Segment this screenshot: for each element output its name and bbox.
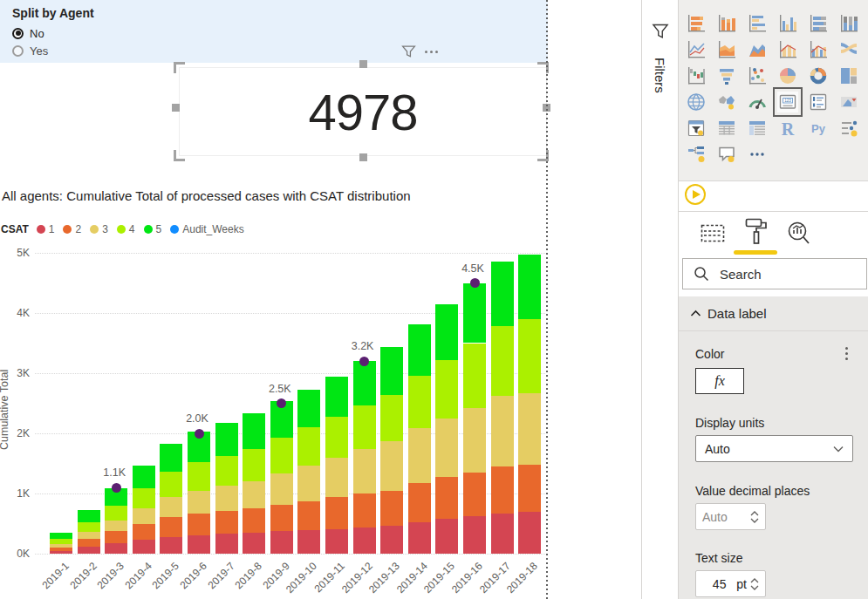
bar-segment-csat-2[interactable] bbox=[297, 501, 320, 530]
spinner-arrows[interactable] bbox=[750, 578, 759, 590]
bar-segment-csat-1[interactable] bbox=[325, 529, 348, 554]
bar-segment-csat-3[interactable] bbox=[518, 393, 541, 464]
bar-segment-csat-2[interactable] bbox=[325, 497, 348, 528]
bar-segment-csat-5[interactable] bbox=[243, 413, 265, 448]
legend-item[interactable]: 3 bbox=[90, 223, 108, 235]
bar-segment-csat-4[interactable] bbox=[463, 344, 486, 409]
audit-week-marker[interactable] bbox=[359, 357, 369, 366]
bar-segment-csat-3[interactable] bbox=[215, 486, 238, 510]
bar-segment-csat-4[interactable] bbox=[491, 326, 514, 395]
viz-icon-gauge[interactable] bbox=[747, 92, 768, 112]
bar-segment-csat-1[interactable] bbox=[435, 519, 458, 554]
viz-icon-map[interactable] bbox=[686, 92, 707, 112]
bar-segment-csat-5[interactable] bbox=[160, 444, 182, 472]
viz-icon-funnel-chart[interactable] bbox=[716, 65, 737, 86]
bar-segment-csat-4[interactable] bbox=[133, 488, 155, 508]
bar-segment-csat-3[interactable] bbox=[243, 481, 265, 508]
selection-mid-handle[interactable] bbox=[359, 153, 367, 161]
section-header-data-label[interactable]: Data label bbox=[707, 306, 767, 321]
viz-icon-matrix[interactable] bbox=[747, 118, 768, 139]
bar-segment-csat-2[interactable] bbox=[243, 508, 265, 533]
viz-icon-r-script-visual[interactable]: R bbox=[777, 118, 798, 139]
bar-segment-csat-3[interactable] bbox=[463, 408, 486, 473]
bar-segment-csat-5[interactable] bbox=[435, 304, 458, 359]
viz-icon-area-chart[interactable] bbox=[716, 39, 737, 60]
bar-segment-csat-2[interactable] bbox=[380, 491, 403, 526]
legend-item[interactable]: Audit_Weeks bbox=[170, 223, 243, 235]
audit-week-marker[interactable] bbox=[195, 429, 204, 439]
bar-segment-csat-1[interactable] bbox=[50, 551, 72, 554]
bar-segment-csat-3[interactable] bbox=[435, 419, 458, 478]
viz-icon-clustered-column-chart[interactable] bbox=[777, 13, 798, 34]
bar-segment-csat-2[interactable] bbox=[408, 483, 431, 522]
bar-segment-csat-3[interactable] bbox=[270, 473, 293, 505]
bar-segment-csat-3[interactable] bbox=[160, 497, 182, 517]
filters-pane-collapsed[interactable]: Filters bbox=[641, 0, 679, 599]
selection-mid-handle[interactable] bbox=[172, 104, 180, 112]
chevron-up-icon[interactable] bbox=[690, 310, 701, 317]
bar-segment-csat-3[interactable] bbox=[408, 428, 431, 483]
bar-segment-csat-5[interactable] bbox=[270, 401, 293, 438]
viz-icon-line-chart[interactable] bbox=[686, 39, 707, 60]
viz-icon-key-influencers[interactable] bbox=[838, 118, 859, 139]
bar-segment-csat-3[interactable] bbox=[325, 458, 348, 498]
bar-segment-csat-4[interactable] bbox=[160, 472, 182, 497]
viz-icon-q-and-a-visual[interactable] bbox=[716, 144, 737, 165]
bar-segment-csat-2[interactable] bbox=[105, 531, 127, 543]
bar-segment-csat-5[interactable] bbox=[518, 255, 541, 319]
bar-segment-csat-1[interactable] bbox=[215, 534, 238, 554]
value-decimal-places-input[interactable]: Auto bbox=[695, 503, 766, 530]
viz-icon-scatter-chart[interactable] bbox=[747, 65, 768, 86]
bar-segment-csat-3[interactable] bbox=[78, 532, 100, 539]
bar-segment-csat-2[interactable] bbox=[270, 505, 293, 532]
viz-icon-clustered-bar-chart[interactable] bbox=[747, 13, 768, 34]
bar-segment-csat-4[interactable] bbox=[518, 319, 541, 394]
bar-segment-csat-4[interactable] bbox=[78, 522, 100, 532]
radio-selected-icon[interactable] bbox=[12, 28, 24, 39]
bar-segment-csat-5[interactable] bbox=[188, 432, 210, 463]
bar-segment-csat-4[interactable] bbox=[270, 438, 293, 473]
bar-segment-csat-5[interactable] bbox=[491, 262, 514, 326]
viz-icon-pie-chart[interactable] bbox=[777, 65, 798, 86]
bar-segment-csat-2[interactable] bbox=[435, 477, 458, 519]
viz-icon-ribbon-chart[interactable] bbox=[838, 39, 859, 60]
bar-segment-csat-3[interactable] bbox=[297, 466, 320, 501]
viz-icon-stacked-bar-chart[interactable] bbox=[686, 13, 707, 34]
bar-segment-csat-5[interactable] bbox=[105, 488, 127, 506]
bar-segment-csat-2[interactable] bbox=[353, 493, 376, 528]
bar-segment-csat-2[interactable] bbox=[463, 473, 486, 516]
bar-segment-csat-1[interactable] bbox=[160, 537, 182, 554]
viz-icon-more-options[interactable] bbox=[747, 144, 768, 165]
viz-icon-donut-chart[interactable] bbox=[808, 65, 829, 86]
slicer-option-yes[interactable]: Yes bbox=[12, 43, 48, 58]
filters-funnel-icon[interactable] bbox=[652, 23, 669, 40]
bar-segment-csat-1[interactable] bbox=[270, 531, 293, 554]
selection-corner-handle[interactable] bbox=[174, 62, 185, 73]
bar-segment-csat-5[interactable] bbox=[133, 466, 155, 489]
bar-segment-csat-5[interactable] bbox=[50, 533, 72, 539]
bar-segment-csat-3[interactable] bbox=[133, 508, 155, 524]
legend-item[interactable]: 1 bbox=[37, 223, 55, 235]
power-automate-icon[interactable] bbox=[685, 184, 706, 205]
bar-segment-csat-2[interactable] bbox=[518, 465, 541, 513]
legend-item[interactable]: 2 bbox=[63, 223, 81, 235]
bar-segment-csat-1[interactable] bbox=[380, 526, 403, 554]
viz-icon-stacked-area-chart[interactable] bbox=[747, 39, 768, 60]
bar-segment-csat-1[interactable] bbox=[297, 530, 320, 554]
bar-segment-csat-4[interactable] bbox=[380, 395, 403, 441]
bar-segment-csat-3[interactable] bbox=[491, 396, 514, 466]
bar-segment-csat-3[interactable] bbox=[188, 491, 210, 514]
bar-segment-csat-4[interactable] bbox=[243, 449, 265, 481]
bar-segment-csat-4[interactable] bbox=[50, 539, 72, 544]
bar-segment-csat-2[interactable] bbox=[50, 548, 72, 551]
bar-segment-csat-1[interactable] bbox=[133, 540, 155, 554]
bar-segment-csat-1[interactable] bbox=[491, 514, 514, 554]
viz-icon-100-stacked-bar-chart[interactable] bbox=[808, 13, 829, 34]
audit-week-marker[interactable] bbox=[277, 398, 286, 408]
bar-segment-csat-4[interactable] bbox=[188, 462, 210, 490]
bar-segment-csat-2[interactable] bbox=[491, 466, 514, 514]
bar-segment-csat-5[interactable] bbox=[325, 377, 348, 417]
viz-icon-decomposition-tree[interactable] bbox=[686, 144, 707, 165]
bar-segment-csat-1[interactable] bbox=[78, 547, 100, 554]
viz-icon-treemap[interactable] bbox=[838, 65, 859, 86]
